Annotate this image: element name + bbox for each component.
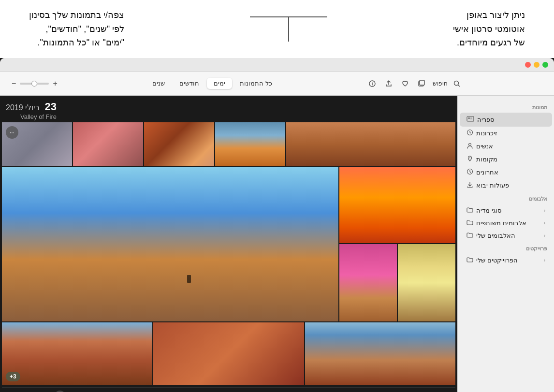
sidebar-label-shared-albums: אלבומים משותפים (476, 219, 526, 227)
library-icon (467, 115, 474, 124)
zoom-controls: + − (10, 78, 59, 89)
annotation-area: ניתן ליצור באופן אוטומטי סרטון אישי של ר… (0, 0, 554, 58)
sidebar-item-shared-albums[interactable]: ‹ אלבומים משותפים (460, 217, 552, 229)
annotation-indicator (250, 16, 327, 42)
sidebar-label-people: אנשים (476, 143, 493, 150)
folder-icon-3 (467, 232, 473, 239)
annotation-right: ניתן ליצור באופן אוטומטי סרטון אישי של ר… (453, 8, 525, 50)
minimize-button[interactable] (534, 62, 539, 68)
photo-row3-2[interactable] (153, 322, 304, 385)
search-area: חיפוש (433, 76, 464, 91)
photo-large-1[interactable] (2, 167, 338, 321)
photo-right-col (339, 167, 455, 321)
recents-icon (467, 168, 473, 176)
maximize-button[interactable] (542, 62, 548, 68)
sidebar-label-places: מקומות (476, 156, 497, 163)
view-tabs: כל התמונות ימים חודשים שנים (146, 78, 279, 89)
photo-right-1[interactable] (339, 167, 455, 243)
close-button[interactable] (525, 62, 531, 68)
sidebar-item-recents[interactable]: אחרונים (460, 166, 552, 179)
app-window: חיפוש (0, 58, 554, 392)
title-bar (0, 58, 554, 72)
share-button[interactable] (381, 76, 396, 91)
tab-months[interactable]: חודשים (173, 78, 206, 89)
photo-grid[interactable]: 23 ביולי 2019 Valley of Fire ··· (0, 96, 457, 392)
sidebar-label-library: ספריה (477, 116, 494, 123)
toolbar: חיפוש (0, 72, 554, 96)
date-section-1: 23 ביולי 2019 Valley of Fire ··· (2, 98, 455, 385)
sidebar-item-memories[interactable]: זיכרונות (460, 127, 552, 140)
tab-years[interactable]: שנים (146, 78, 172, 89)
photo-row-2 (2, 167, 455, 321)
date-header-1: 23 ביולי 2019 Valley of Fire (2, 98, 455, 122)
people-icon (467, 142, 473, 150)
next-section-bar: ··· 24 ביולי 2019 (2, 387, 455, 392)
places-icon (467, 155, 473, 163)
folder-icon-1 (467, 206, 473, 214)
photo-row-3: +3 (2, 322, 455, 385)
content-area: 23 ביולי 2019 Valley of Fire ··· (0, 96, 554, 392)
photo-row3-3[interactable] (305, 322, 455, 385)
arrow-icon-media: ‹ (544, 208, 545, 213)
zoom-plus-button[interactable]: + (51, 78, 59, 89)
sidebar-item-library[interactable]: ספריה (460, 113, 552, 127)
svg-point-13 (469, 158, 470, 159)
imports-icon (467, 181, 473, 189)
photo-right-2[interactable] (339, 244, 397, 321)
zoom-minus-button[interactable]: − (10, 78, 18, 89)
sidebar-header-projects: פרוייקטים (458, 242, 554, 254)
sidebar-label-my-projects: הפרוייקטים שלי (476, 257, 518, 264)
sidebar-item-my-albums[interactable]: ‹ האלבומים שלי (460, 229, 552, 242)
date-month-year-1: ביולי 2019 (6, 103, 40, 112)
tab-all-photos[interactable]: כל התמונות (233, 78, 279, 89)
photo-thumb-5[interactable] (286, 122, 455, 166)
new-album-button[interactable] (414, 76, 429, 91)
memories-icon (467, 129, 473, 137)
svg-point-12 (469, 144, 471, 146)
arrow-icon-my-albums: ‹ (544, 233, 545, 238)
sidebar-item-imports[interactable]: פעולות יבוא (460, 179, 552, 192)
more-badge[interactable]: +3 (6, 372, 20, 381)
photo-thumb-4[interactable] (215, 122, 285, 166)
sidebar-item-people[interactable]: אנשים (460, 140, 552, 153)
folder-icon-4 (467, 256, 473, 264)
sidebar-label-recents: אחרונים (476, 169, 498, 176)
arrow-icon-projects: ‹ (544, 258, 545, 263)
zoom-slider[interactable] (20, 83, 49, 85)
search-label: חיפוש (433, 80, 448, 87)
sidebar-header-albums: אלבומים (458, 192, 554, 204)
sidebar-item-my-projects[interactable]: ‹ הפרוייקטים שלי (460, 254, 552, 266)
folder-icon-2 (467, 219, 473, 227)
tab-days[interactable]: ימים (207, 78, 232, 89)
photo-right-3[interactable] (398, 244, 455, 321)
sidebar-label-imports: פעולות יבוא (476, 182, 509, 189)
more-menu-button[interactable]: ··· (6, 126, 18, 139)
sidebar-item-places[interactable]: מקומות (460, 153, 552, 166)
annotation-left: צפה/י בתמונות שלך בסינון לפי "שנים", "חו… (29, 8, 124, 50)
sidebar-label-memories: זיכרונות (476, 130, 497, 137)
svg-line-1 (458, 85, 459, 86)
sidebar-label-my-albums: האלבומים שלי (476, 232, 515, 239)
photo-thumb-1[interactable]: ··· (2, 122, 72, 166)
sidebar-item-media-types[interactable]: ‹ סוגי מדיה (460, 204, 552, 217)
search-button[interactable] (450, 76, 464, 91)
svg-rect-3 (420, 80, 424, 85)
photo-row3-1[interactable]: +3 (2, 322, 152, 385)
photo-thumb-2[interactable] (73, 122, 143, 166)
svg-point-6 (372, 82, 373, 83)
favorite-button[interactable] (398, 76, 412, 91)
photo-right-bottom (339, 244, 455, 321)
zoom-thumb (31, 81, 37, 87)
date-number-1: 23 (45, 101, 57, 113)
sidebar-label-media-types: סוגי מדיה (476, 207, 501, 214)
sidebar: תמונות ספריה זיכרונות (457, 96, 554, 392)
sidebar-header-photos: תמונות (458, 101, 554, 113)
svg-rect-8 (468, 117, 470, 119)
info-button[interactable] (365, 76, 379, 91)
arrow-icon-shared: ‹ (544, 220, 545, 226)
location-label-1: Valley of Fire (6, 113, 57, 120)
photo-thumb-3[interactable] (144, 122, 214, 166)
photo-row-1: ··· (2, 122, 455, 166)
